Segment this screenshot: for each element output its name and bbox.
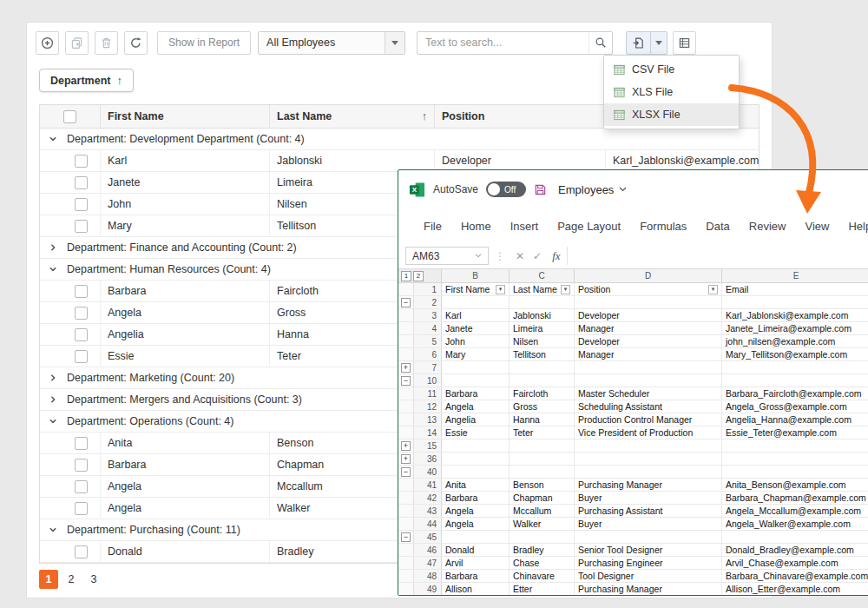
insert-function-button[interactable]: fx	[546, 249, 566, 263]
expand-outline-button[interactable]: +	[401, 454, 411, 464]
row-number[interactable]: 12	[414, 400, 442, 413]
first-name-cell[interactable]: Angelia	[442, 413, 510, 426]
collapse-group-icon[interactable]	[48, 525, 58, 534]
email-cell[interactable]	[722, 296, 868, 308]
last-name-cell[interactable]	[510, 453, 575, 465]
cancel-entry-icon[interactable]: ✕	[511, 250, 529, 262]
email-cell[interactable]	[722, 374, 868, 387]
last-name-cell[interactable]	[510, 361, 575, 373]
row-checkbox[interactable]	[75, 220, 88, 233]
export-menu-item-xls[interactable]: XLS File	[604, 81, 739, 103]
position-cell[interactable]	[575, 466, 722, 478]
position-cell[interactable]	[575, 361, 722, 373]
first-name-cell[interactable]: Mary	[442, 348, 510, 360]
column-header-first-name[interactable]: First Name	[101, 105, 270, 128]
email-cell[interactable]: Anita_Benson@example.com	[722, 479, 868, 491]
collapse-outline-button[interactable]: −	[401, 467, 411, 477]
email-cell[interactable]: Email	[722, 283, 868, 295]
position-cell[interactable]: Buyer	[575, 492, 722, 504]
last-name-cell[interactable]: Faircloth	[510, 387, 575, 400]
position-cell[interactable]: Purchasing Engineer	[575, 557, 722, 569]
first-name-cell[interactable]: Karl	[442, 309, 510, 321]
row-number[interactable]: 15	[414, 439, 442, 452]
column-header-last-name[interactable]: Last Name ↑	[270, 105, 435, 128]
excel-menu-review[interactable]: Review	[740, 220, 796, 233]
column-header-position[interactable]: Position	[435, 105, 606, 128]
excel-menu-formulas[interactable]: Formulas	[630, 220, 696, 233]
first-name-cell[interactable]: Barbara	[442, 387, 510, 400]
name-box[interactable]: AM63	[405, 247, 489, 265]
row-checkbox[interactable]	[75, 155, 88, 168]
refresh-button[interactable]	[124, 31, 148, 55]
collapse-group-icon[interactable]	[48, 135, 58, 143]
email-cell[interactable]: Karl_Jablonski@example.com	[722, 309, 868, 321]
duplicate-row-button[interactable]	[65, 31, 89, 55]
email-cell[interactable]: Allison_Etter@example.com	[722, 583, 868, 595]
expand-group-icon[interactable]	[48, 243, 58, 252]
first-name-cell[interactable]: First Name▾	[442, 283, 510, 295]
first-name-cell[interactable]	[442, 361, 510, 373]
row-number[interactable]: 43	[414, 505, 442, 517]
last-name-cell[interactable]	[510, 439, 575, 452]
filter-dropdown-icon[interactable]: ▾	[561, 285, 570, 294]
row-number[interactable]: 13	[414, 413, 442, 426]
first-name-cell[interactable]: Allison	[442, 583, 510, 595]
position-cell[interactable]: Developer	[575, 309, 722, 321]
excel-menu-home[interactable]: Home	[451, 220, 501, 233]
row-checkbox[interactable]	[75, 459, 88, 472]
row-number[interactable]: 46	[414, 544, 442, 556]
row-number[interactable]: 42	[414, 492, 442, 504]
position-cell[interactable]	[575, 374, 722, 387]
last-name-cell[interactable]: Tellitson	[510, 348, 575, 360]
column-chooser-button[interactable]	[673, 31, 696, 55]
email-cell[interactable]: Angelia_Hanna@example.com	[722, 413, 868, 426]
collapse-outline-button[interactable]: −	[401, 532, 411, 542]
last-name-cell[interactable]: Chase	[510, 557, 575, 569]
expand-group-icon[interactable]	[48, 395, 58, 404]
filter-dropdown-icon[interactable]: ▾	[708, 285, 718, 294]
row-number[interactable]: 5	[414, 335, 442, 347]
row-number[interactable]: 7	[414, 361, 442, 373]
first-name-cell[interactable]: Barbara	[442, 492, 510, 504]
email-cell[interactable]: Arvil_Chase@example.com	[722, 557, 868, 569]
first-name-cell[interactable]: John	[442, 335, 510, 347]
first-name-cell[interactable]: Janete	[442, 322, 510, 334]
last-name-cell[interactable]: Nilsen	[510, 335, 575, 347]
group-chip-department[interactable]: Department ↑	[39, 69, 134, 92]
export-menu-item-csv[interactable]: CSV File	[604, 58, 739, 81]
search-input[interactable]	[418, 32, 589, 54]
position-cell[interactable]: Developer	[575, 335, 722, 347]
select-all-checkbox[interactable]	[63, 110, 76, 123]
first-name-cell[interactable]	[442, 374, 510, 387]
last-name-cell[interactable]: Chinavare	[510, 570, 575, 582]
row-checkbox[interactable]	[75, 502, 88, 515]
email-cell[interactable]: Mary_Tellitson@example.com	[722, 348, 868, 360]
first-name-cell[interactable]: Angela	[442, 400, 510, 413]
position-cell[interactable]: Purchasing Assistant	[575, 505, 722, 517]
email-cell[interactable]	[722, 466, 868, 478]
email-cell[interactable]: Angela_Mccallum@example.com	[722, 505, 868, 517]
last-name-cell[interactable]	[510, 374, 575, 387]
email-cell[interactable]: Angela_Walker@example.com	[722, 518, 868, 530]
email-cell[interactable]: Barbara_Chinavare@example.com	[722, 570, 868, 582]
row-number[interactable]: 45	[414, 531, 442, 543]
email-cell[interactable]: Donald_Bradley@example.com	[722, 544, 868, 556]
page-button-2[interactable]: 2	[62, 570, 81, 589]
row-number[interactable]: 6	[414, 348, 442, 360]
last-name-cell[interactable]: Benson	[510, 479, 575, 491]
row-number[interactable]: 1	[414, 283, 442, 295]
last-name-cell[interactable]: Gross	[510, 400, 575, 413]
row-number[interactable]: 36	[414, 453, 442, 465]
row-number[interactable]: 4	[414, 322, 442, 334]
first-name-cell[interactable]: Angela	[442, 505, 510, 517]
search-button[interactable]	[589, 32, 612, 54]
last-name-cell[interactable]: Chapman	[510, 492, 575, 504]
delete-row-button[interactable]	[95, 31, 118, 55]
page-button-1[interactable]: 1	[39, 570, 58, 589]
email-cell[interactable]: Angela_Gross@example.com	[722, 400, 868, 413]
collapse-outline-button[interactable]: −	[401, 376, 411, 386]
workbook-title[interactable]: Employees	[558, 183, 627, 196]
row-number[interactable]: 3	[414, 309, 442, 321]
position-cell[interactable]: Production Control Manager	[575, 413, 722, 426]
first-name-cell[interactable]: Arvil	[442, 557, 510, 569]
